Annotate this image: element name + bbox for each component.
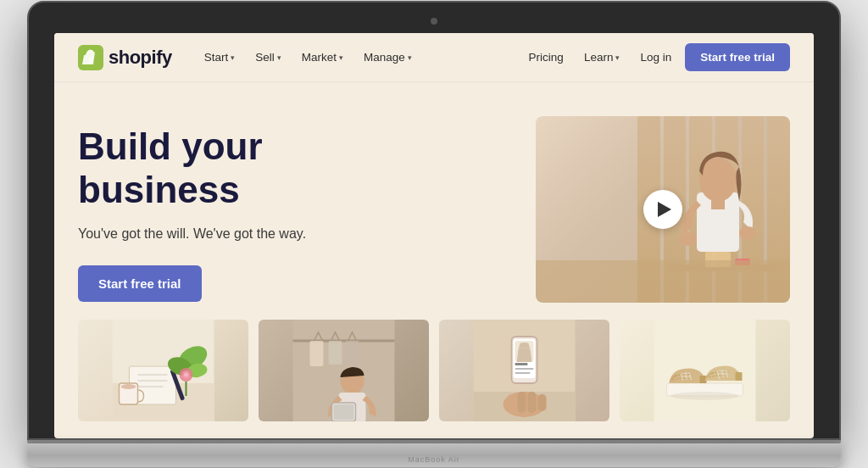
logo-text: shopify <box>108 47 172 69</box>
hero-image <box>536 116 790 303</box>
svg-point-5 <box>680 232 697 246</box>
strip-image-3-illustration <box>439 320 609 421</box>
play-button[interactable] <box>643 190 682 229</box>
macbook-label: MacBook Air <box>408 455 460 464</box>
svg-rect-41 <box>538 394 547 411</box>
camera-notch <box>431 18 437 25</box>
nav-login[interactable]: Log in <box>640 51 671 64</box>
hero-start-trial-button[interactable]: Start free trial <box>78 265 202 302</box>
svg-point-18 <box>121 384 136 389</box>
chevron-down-icon: ▾ <box>615 53 620 62</box>
strip-image-1-illustration <box>78 320 248 421</box>
chevron-down-icon: ▾ <box>339 53 343 62</box>
nav-links: Start ▾ Sell ▾ Market ▾ Manage ▾ <box>196 46 529 69</box>
table-surface <box>536 260 790 303</box>
strip-image-3 <box>439 320 609 421</box>
strip-image-4 <box>620 320 790 421</box>
svg-rect-28 <box>310 341 324 366</box>
nav-item-manage[interactable]: Manage ▾ <box>355 46 420 69</box>
laptop-base: MacBook Air <box>27 443 841 467</box>
strip-image-2 <box>259 320 429 421</box>
nav-item-sell[interactable]: Sell ▾ <box>247 46 290 69</box>
svg-rect-34 <box>334 404 354 420</box>
nav-right: Pricing Learn ▾ Log in Start free trial <box>529 43 790 71</box>
strip-image-4-illustration <box>620 320 790 421</box>
hero-left: Build your business You've got the will.… <box>78 116 519 303</box>
hero-right <box>536 116 790 303</box>
hero-title: Build your business <box>78 125 519 211</box>
svg-rect-57 <box>736 372 743 381</box>
hero-subtitle: You've got the will. We've got the way. <box>78 226 519 242</box>
svg-rect-39 <box>518 392 526 413</box>
svg-rect-48 <box>654 320 756 421</box>
laptop-frame: S shopify Start ▾ Sell ▾ Market ▾ <box>27 1 841 440</box>
svg-rect-38 <box>508 394 516 413</box>
nav-learn[interactable]: Learn ▾ <box>577 46 627 69</box>
hero-section: Build your business You've got the will.… <box>54 82 814 320</box>
svg-rect-30 <box>346 341 359 368</box>
nav-pricing[interactable]: Pricing <box>529 51 564 64</box>
strip-image-2-illustration <box>259 320 429 421</box>
image-strip <box>54 320 814 438</box>
strip-image-1 <box>78 320 248 421</box>
nav-item-market[interactable]: Market ▾ <box>293 46 352 69</box>
svg-rect-47 <box>515 372 531 374</box>
svg-point-50 <box>671 392 739 400</box>
chevron-down-icon: ▾ <box>408 53 412 62</box>
svg-rect-4 <box>711 199 725 209</box>
svg-point-6 <box>739 226 756 240</box>
svg-rect-45 <box>515 363 528 365</box>
nav-item-start[interactable]: Start ▾ <box>196 46 244 69</box>
svg-rect-40 <box>528 392 537 413</box>
svg-text:S: S <box>88 56 93 64</box>
chevron-down-icon: ▾ <box>277 53 281 62</box>
laptop-container: S shopify Start ▾ Sell ▾ Market ▾ <box>27 1 841 467</box>
browser-screen: S shopify Start ▾ Sell ▾ Market ▾ <box>54 33 814 438</box>
svg-rect-46 <box>515 368 534 370</box>
chevron-down-icon: ▾ <box>231 53 235 62</box>
shopify-logo-icon: S <box>78 45 103 70</box>
play-icon <box>658 202 671 217</box>
svg-rect-29 <box>329 341 342 365</box>
navbar-start-trial-button[interactable]: Start free trial <box>685 43 790 71</box>
logo-area[interactable]: S shopify <box>78 45 172 70</box>
navbar: S shopify Start ▾ Sell ▾ Market ▾ <box>54 33 814 82</box>
svg-point-24 <box>184 373 188 377</box>
